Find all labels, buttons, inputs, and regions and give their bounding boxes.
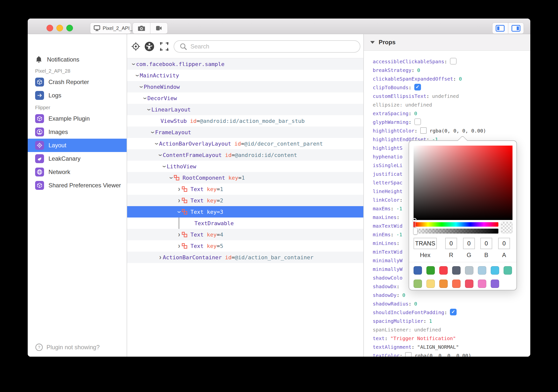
checkbox-unchecked[interactable] xyxy=(414,118,421,125)
close-button[interactable] xyxy=(46,25,53,31)
saturation-value-gradient[interactable] xyxy=(414,146,512,220)
colon: : xyxy=(396,283,399,289)
alpha-slider[interactable] xyxy=(414,229,498,234)
preset-color-swatch[interactable] xyxy=(426,266,435,275)
footer-label: Plugin not showing? xyxy=(46,344,100,351)
chevron-right-icon[interactable]: ❯ xyxy=(177,232,182,237)
sidebar-item-leakcanary[interactable]: LeakCanary xyxy=(28,152,127,165)
checkbox-unchecked[interactable] xyxy=(450,58,457,65)
tree-node-rootcomponent[interactable]: ❯RootComponent key=1 xyxy=(127,172,363,183)
sidebar-item-notifications[interactable]: Notifications xyxy=(28,53,127,66)
prop-row-accessibleClickableSpans: accessibleClickableSpans: xyxy=(373,57,530,66)
prop-key: ellipsize xyxy=(373,102,399,108)
chevron-down-icon[interactable]: ❯ xyxy=(158,152,163,157)
sidebar-item-example-plugin[interactable]: Example Plugin xyxy=(28,112,127,125)
expand-frame-button[interactable] xyxy=(159,41,170,52)
preset-color-swatch[interactable] xyxy=(465,266,473,275)
preset-color-swatch[interactable] xyxy=(439,280,448,288)
toggle-left-panel-button[interactable] xyxy=(492,23,508,34)
chevron-down-icon[interactable]: ❯ xyxy=(150,130,155,135)
chevron-down-icon[interactable]: ❯ xyxy=(169,175,174,180)
tree-node-text[interactable]: ❯Text key=1 xyxy=(127,183,363,195)
colon: : xyxy=(396,240,399,246)
plugin-not-showing-link[interactable]: ? Plugin not showing? xyxy=(35,343,100,351)
device-selector-button[interactable]: Pixel_2_API_28 xyxy=(90,22,131,34)
chevron-right-icon[interactable]: ❯ xyxy=(177,198,182,203)
hue-slider[interactable] xyxy=(414,222,498,227)
checkbox-checked[interactable]: ✓ xyxy=(450,309,457,315)
tree-node-text[interactable]: ❯Text key=4 xyxy=(127,229,363,240)
preset-color-swatch[interactable] xyxy=(414,266,422,275)
colon: : xyxy=(409,110,412,116)
chevron-down-icon[interactable]: ❯ xyxy=(143,96,147,101)
sidebar-item-crash-reporter[interactable]: Crash Reporter xyxy=(28,75,127,89)
preset-color-swatch[interactable] xyxy=(491,266,499,275)
preset-color-swatch[interactable] xyxy=(465,280,473,288)
chevron-down-icon[interactable]: ❯ xyxy=(135,73,140,78)
tree-node-actionbaroverlaylayout[interactable]: ❯ActionBarOverlayLayout id=@id/decor_con… xyxy=(127,138,363,149)
toggle-right-panel-button[interactable] xyxy=(508,23,524,34)
tree-node-text[interactable]: ❯Text key=5 xyxy=(127,240,363,252)
target-mode-button[interactable] xyxy=(131,41,141,52)
preset-color-swatch[interactable] xyxy=(478,266,486,275)
chevron-down-icon[interactable]: ❯ xyxy=(177,209,182,214)
preset-color-swatch[interactable] xyxy=(478,280,486,288)
preset-color-swatch[interactable] xyxy=(426,280,435,288)
tree-node-contentframelayout[interactable]: ❯ContentFrameLayout id=@android:id/conte… xyxy=(127,149,363,161)
preset-color-swatch[interactable] xyxy=(452,280,461,288)
props-section-header[interactable]: Props xyxy=(364,34,530,51)
color-well[interactable] xyxy=(405,352,412,357)
preset-color-swatch[interactable] xyxy=(452,266,461,275)
hue-slider-thumb[interactable] xyxy=(413,221,416,227)
alpha-input[interactable] xyxy=(498,238,510,249)
chevron-right-icon[interactable]: ❯ xyxy=(177,244,182,248)
preset-color-swatch[interactable] xyxy=(439,266,448,275)
node-attr-name: key xyxy=(207,209,217,215)
zoom-button[interactable] xyxy=(66,25,73,31)
chevron-right-icon[interactable]: ❯ xyxy=(177,187,182,192)
checkbox-checked[interactable]: ✓ xyxy=(414,84,421,90)
sidebar-item-shared-preferences-viewer[interactable]: Shared Preferences Viewer xyxy=(28,179,127,192)
screen-record-button[interactable] xyxy=(150,23,168,34)
blue-input[interactable] xyxy=(480,238,492,249)
prop-value: "Trigger Notification" xyxy=(390,335,456,341)
litho-component-icon xyxy=(182,197,188,204)
preset-color-swatch[interactable] xyxy=(414,280,422,288)
chevron-right-icon[interactable]: ❯ xyxy=(158,255,163,260)
chevron-down-icon[interactable]: ❯ xyxy=(162,164,167,169)
chevron-down-icon[interactable]: ❯ xyxy=(139,84,144,89)
alpha-slider-thumb[interactable] xyxy=(413,228,418,235)
chevron-down-icon[interactable]: ❯ xyxy=(131,62,136,66)
sidebar-item-logs[interactable]: Logs xyxy=(28,89,127,102)
sidebar-item-network[interactable]: Network xyxy=(28,165,127,179)
green-input[interactable] xyxy=(463,238,475,249)
preset-color-swatch[interactable] xyxy=(504,266,512,275)
tree-node-linearlayout[interactable]: ❯LinearLayout xyxy=(127,104,363,115)
sidebar-item-images[interactable]: Images xyxy=(28,125,127,139)
tree-node-text[interactable]: ❯Text key=2 xyxy=(127,195,363,206)
tree-node-lithoview[interactable]: ❯LithoView xyxy=(127,161,363,172)
chevron-down-icon[interactable]: ❯ xyxy=(154,141,159,146)
search-input[interactable] xyxy=(190,43,339,50)
tree-node-textdrawable[interactable]: TextDrawable xyxy=(127,218,363,229)
hex-input[interactable] xyxy=(414,238,437,249)
chevron-down-icon[interactable]: ❯ xyxy=(147,107,151,112)
red-input[interactable] xyxy=(445,238,457,249)
tree-node-mainactivity[interactable]: ❯MainActivity xyxy=(127,70,363,81)
tree-node-phonewindow[interactable]: ❯PhoneWindow xyxy=(127,81,363,92)
tree-node-decorview[interactable]: ❯DecorView xyxy=(127,92,363,104)
tree-node-text[interactable]: ❯Text key=3 xyxy=(127,206,363,218)
tree-node-actionbarcontainer[interactable]: ❯ActionBarContainer id=@id/action_bar_co… xyxy=(127,252,363,263)
tree-node-com-facebook-flipper-sample[interactable]: ❯com.facebook.flipper.sample xyxy=(127,58,363,70)
accessibility-mode-button[interactable] xyxy=(144,41,155,52)
preset-color-swatch[interactable] xyxy=(491,280,499,288)
tree-node-framelayout[interactable]: ❯FrameLayout xyxy=(127,127,363,138)
minimize-button[interactable] xyxy=(56,25,63,31)
node-attr-name: key xyxy=(207,232,217,238)
sidebar-item-layout[interactable]: Layout xyxy=(28,139,127,152)
color-well[interactable] xyxy=(420,127,427,134)
screenshot-button[interactable] xyxy=(133,23,150,34)
search-box[interactable] xyxy=(174,40,360,53)
tree-node-viewstub[interactable]: ViewStub id=@android:id/action_mode_bar_… xyxy=(127,115,363,127)
red-label: R xyxy=(445,252,457,259)
